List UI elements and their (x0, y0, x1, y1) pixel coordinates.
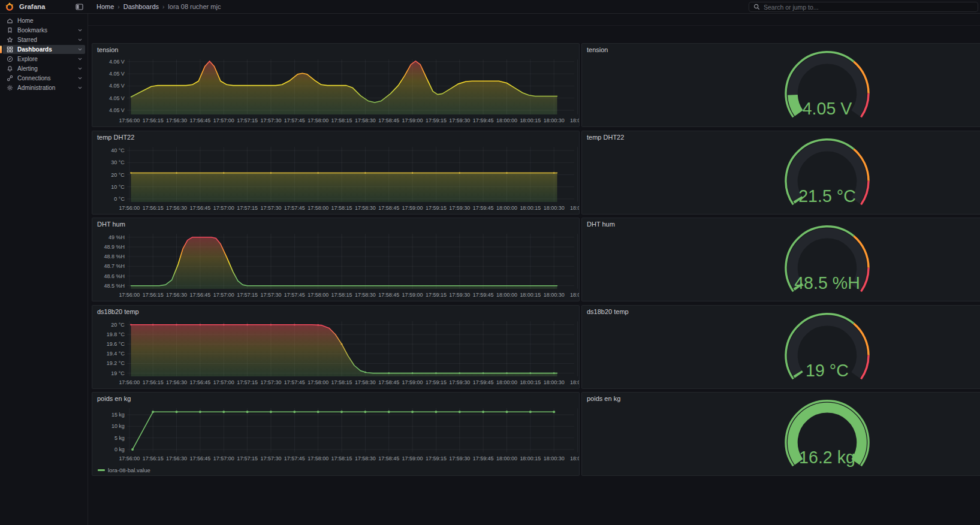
panel-title[interactable]: poids en kg (92, 393, 579, 403)
series-line (132, 412, 554, 449)
svg-text:18:00:15: 18:00:15 (520, 205, 541, 211)
svg-text:17:59:00: 17:59:00 (402, 455, 423, 461)
grid (127, 408, 578, 452)
svg-text:49 %H: 49 %H (108, 234, 125, 240)
grafana-app: Grafana Home›Dashboards›lora 08 rucher m… (0, 0, 980, 525)
gauge-value-fill (792, 95, 798, 113)
svg-text:17:59:30: 17:59:30 (449, 455, 470, 461)
topbar-left: Grafana (0, 0, 88, 13)
svg-text:17:57:00: 17:57:00 (213, 292, 234, 298)
breadcrumb-item-dashboards[interactable]: Dashboards (123, 3, 159, 10)
svg-text:0 kg: 0 kg (114, 446, 125, 452)
svg-text:17:57:30: 17:57:30 (261, 205, 282, 211)
svg-text:17:56:15: 17:56:15 (143, 379, 164, 385)
svg-text:17:56:30: 17:56:30 (166, 455, 187, 461)
chevron-down-icon[interactable] (77, 66, 83, 71)
svg-text:17:58:45: 17:58:45 (378, 205, 399, 211)
svg-text:17:57:15: 17:57:15 (237, 292, 258, 298)
svg-text:17:57:15: 17:57:15 (237, 205, 258, 211)
svg-text:17:58:45: 17:58:45 (378, 455, 399, 461)
gauge-value: 4.05 V (803, 99, 852, 118)
svg-text:17:56:45: 17:56:45 (189, 379, 210, 385)
svg-text:17:56:15: 17:56:15 (143, 205, 164, 211)
sidebar-item-label: Bookmarks (17, 27, 73, 34)
gauge-chart-poids-en-kg: 16.2 kg (582, 393, 980, 475)
sidebar-item-bookmarks[interactable]: Bookmarks (2, 26, 85, 35)
sidebar-item-home[interactable]: Home (2, 16, 85, 25)
sidebar-item-administration[interactable]: Administration (2, 83, 85, 92)
series-markers (131, 411, 555, 451)
svg-text:19.4 °C: 19.4 °C (107, 351, 125, 357)
timeseries-chart-poids-en-kg[interactable]: 15 kg10 kg5 kg0 kg17:56:0017:56:1517:56:… (92, 403, 579, 476)
search-input[interactable]: Search or jump to... (749, 2, 978, 12)
svg-text:17:58:00: 17:58:00 (307, 205, 328, 211)
svg-text:17:58:45: 17:58:45 (378, 379, 399, 385)
sidebar-item-label: Dashboards (17, 46, 73, 53)
timeseries-chart-ds18b20-temp[interactable]: 20 °C19.8 °C19.6 °C19.4 °C19.2 °C19 °C17… (92, 316, 579, 389)
chevron-down-icon[interactable] (77, 56, 83, 62)
svg-text:18:00:: 18:00: (570, 292, 579, 298)
svg-text:17:59:00: 17:59:00 (402, 205, 423, 211)
sidebar-item-explore[interactable]: Explore (2, 55, 85, 64)
panel-title[interactable]: DHT hum (92, 218, 579, 229)
svg-text:18:00:: 18:00: (570, 455, 579, 461)
chevron-down-icon[interactable] (77, 85, 83, 90)
svg-text:17:58:30: 17:58:30 (355, 117, 376, 123)
svg-text:17:57:00: 17:57:00 (213, 117, 234, 123)
svg-text:17:59:30: 17:59:30 (449, 379, 470, 385)
sidebar-item-alerting[interactable]: Alerting (2, 64, 85, 73)
svg-text:17:56:15: 17:56:15 (143, 292, 164, 298)
svg-text:17:59:15: 17:59:15 (426, 292, 447, 298)
svg-text:17:57:15: 17:57:15 (237, 117, 258, 123)
svg-text:0 °C: 0 °C (114, 196, 125, 202)
panel-title[interactable]: temp DHT22 (92, 131, 579, 142)
panel-title[interactable]: ds18b20 temp (92, 306, 579, 316)
breadcrumb-item-lora-08-rucher-mjc[interactable]: lora 08 rucher mjc (168, 3, 221, 10)
chevron-down-icon[interactable] (77, 76, 83, 81)
breadcrumb-item-home[interactable]: Home (97, 3, 114, 10)
svg-text:18:00:: 18:00: (570, 379, 579, 385)
svg-text:17:56:00: 17:56:00 (119, 117, 140, 123)
timeseries-chart-dht-hum[interactable]: 49 %H48.9 %H48.8 %H48.7 %H48.6 %H48.5 %H… (92, 229, 579, 301)
sidebar-item-connections[interactable]: Connections (2, 74, 85, 83)
svg-text:17:58:15: 17:58:15 (331, 205, 352, 211)
timeseries-chart-temp-dht22[interactable]: 40 °C30 °C20 °C10 °C0 °C17:56:0017:56:15… (92, 142, 579, 215)
svg-text:17:58:30: 17:58:30 (355, 292, 376, 298)
legend: lora-08-bal.value (98, 467, 150, 473)
sidebar-item-label: Administration (17, 85, 73, 91)
gauge-value: 21.5 °C (798, 186, 856, 206)
sidebar-item-dashboards[interactable]: Dashboards (2, 45, 85, 54)
svg-text:17:58:30: 17:58:30 (355, 379, 376, 385)
panel-title[interactable]: tension (92, 44, 579, 55)
svg-text:17:57:30: 17:57:30 (261, 117, 282, 123)
svg-text:17:58:00: 17:58:00 (307, 117, 328, 123)
chevron-down-icon[interactable] (77, 37, 83, 43)
svg-text:17:56:00: 17:56:00 (119, 205, 140, 211)
panel-timeseries-ds18b20-temp: ds18b20 temp20 °C19.8 °C19.6 °C19.4 °C19… (92, 305, 580, 389)
timeseries-chart-tension[interactable]: 4.06 V4.05 V4.05 V4.05 V4.05 V17:56:0017… (92, 55, 579, 127)
svg-text:17:58:30: 17:58:30 (355, 205, 376, 211)
sidebar: HomeBookmarksStarredDashboardsExploreAle… (0, 14, 88, 525)
series-area (131, 61, 557, 114)
dock-sidebar-icon[interactable] (76, 3, 83, 11)
gauge-value: 48.5 %H (794, 273, 860, 292)
chevron-down-icon[interactable] (77, 28, 83, 33)
svg-text:17:58:00: 17:58:00 (307, 379, 328, 385)
legend-series-label[interactable]: lora-08-bal.value (108, 467, 150, 473)
svg-text:20 °C: 20 °C (111, 172, 125, 178)
grafana-logo[interactable] (5, 2, 14, 11)
svg-text:18:00:: 18:00: (570, 117, 579, 123)
svg-text:18:00:00: 18:00:00 (496, 205, 517, 211)
svg-text:17:57:45: 17:57:45 (284, 205, 305, 211)
sidebar-item-starred[interactable]: Starred (2, 35, 85, 44)
bell-icon (7, 65, 13, 72)
svg-text:48.7 %H: 48.7 %H (104, 263, 124, 269)
chevron-down-icon[interactable] (77, 47, 83, 52)
svg-text:17:57:00: 17:57:00 (213, 455, 234, 461)
svg-text:17:57:45: 17:57:45 (284, 379, 305, 385)
svg-text:17:56:00: 17:56:00 (119, 455, 140, 461)
svg-text:18:00:30: 18:00:30 (544, 379, 565, 385)
svg-text:19.8 °C: 19.8 °C (107, 331, 125, 337)
svg-text:17:59:30: 17:59:30 (449, 292, 470, 298)
svg-text:17:59:45: 17:59:45 (473, 205, 494, 211)
